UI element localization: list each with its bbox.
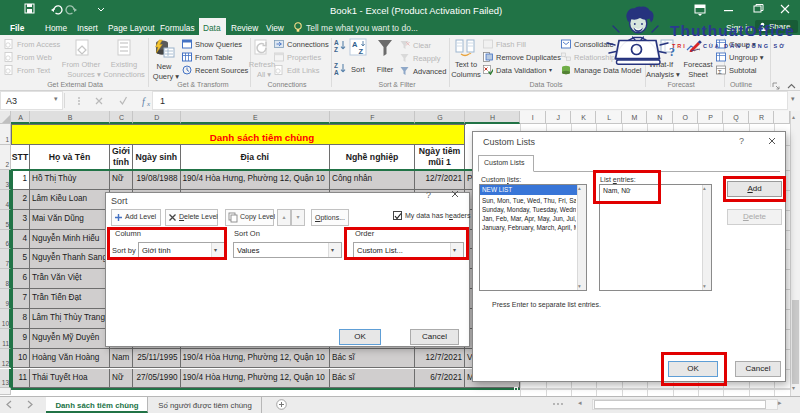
svg-text:Z: Z [334, 46, 338, 53]
svg-text:A: A [352, 40, 358, 49]
svg-text:Σ: Σ [718, 69, 722, 75]
svg-text:Z: Z [359, 47, 364, 56]
svg-text:f: f [142, 96, 146, 107]
svg-text:A: A [334, 69, 339, 76]
svg-text:x: x [146, 100, 151, 108]
